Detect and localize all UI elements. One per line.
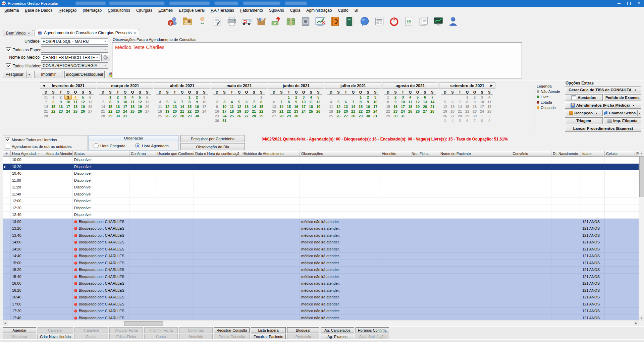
calendar-day[interactable]: 8 [50,100,57,104]
calendar-day[interactable]: 10 [372,100,379,104]
calendar-day[interactable]: 3 [221,100,228,104]
calendar-day[interactable]: 20 [342,109,350,114]
tab-close-icon[interactable]: × [28,31,30,35]
calendar-day[interactable]: 17 [399,104,407,109]
horizontal-scroll-thumb[interactable] [124,321,163,326]
calendar-day[interactable]: 13 [171,104,178,109]
calendar-day[interactable]: 21 [429,104,436,109]
calendar-day[interactable]: 7 [99,100,107,104]
lista-espera-button[interactable]: Lista Espera [251,327,286,333]
menu-item-administra-o[interactable]: Administração [303,7,335,14]
calendar-day[interactable]: 5 [335,100,342,104]
calendar-day[interactable]: 28 [178,114,186,118]
ag-cancelados-button[interactable]: Ag. Cancelados [321,327,354,333]
calendar-day[interactable]: 22 [107,109,114,114]
calendar-day[interactable]: 1 [50,95,57,100]
calendar-month-header[interactable]: setembro de 2021▶ [439,82,495,89]
calendar-day[interactable]: 24 [399,109,407,114]
calendar-day[interactable]: 5 [136,95,144,100]
calendar-day[interactable]: 15 [258,104,265,109]
calendar-day[interactable]: 17 [201,104,208,109]
calendar-day[interactable]: 5 [235,100,243,104]
calendar-day[interactable]: 15 [50,104,57,109]
calendar-day[interactable]: 8 [107,100,114,104]
calendar-day[interactable]: 9 [114,100,121,104]
calendar-day[interactable]: 2 [392,95,399,100]
calendar-day[interactable]: 11 [307,100,315,104]
column-header-celular[interactable]: Celular [605,151,635,157]
calendar-day[interactable]: 7 [471,118,478,123]
calendar-day[interactable]: 25 [156,114,164,118]
registrar-consulta-button[interactable]: Registrar Consulta [214,327,250,333]
criar-novo-hor-rio-button[interactable]: Criar Novo Horário [38,334,73,339]
table-row[interactable]: 11:20Disponível [3,184,639,191]
calendar-day[interactable]: 22 [50,109,57,114]
calendar-day[interactable]: 5 [315,95,322,100]
calendar-day[interactable]: 18 [307,104,315,109]
finance-chart-icon[interactable] [315,16,326,27]
calendar-day[interactable]: 5 [456,118,464,123]
calendar-day[interactable]: 28 [278,114,285,118]
calendar-day[interactable]: 18 [407,104,414,109]
pesquisar-button[interactable]: Pesquisar ▼ [3,71,32,78]
vertical-scroll-thumb[interactable] [639,156,644,197]
calendar-day[interactable]: 26 [79,109,87,114]
historicos-select[interactable]: CONS./RETORNO/CIRURGIA ▼ [41,62,108,69]
calendar-day[interactable]: 3 [399,95,407,100]
calendar-day[interactable]: 7 [429,95,436,100]
calendar-month-header[interactable]: junho de 2021 [268,82,324,89]
scroll-up-icon[interactable]: ▲ [639,151,644,156]
calendar-day[interactable]: 4 [156,100,164,104]
calendar-day[interactable]: 4 [327,100,335,104]
close-button[interactable]: × [634,0,644,7]
calendar-day[interactable]: 13 [87,100,94,104]
option-button-gerar-guia-do-tiss-de-consulta[interactable]: Gerar Guia do TISS de CONSULTA▼ [565,87,641,93]
checkbox-unchecked-icon[interactable] [5,144,10,149]
column-header-hora-do-atendime[interactable]: Hora do Atendime [44,151,73,157]
calendar-day[interactable]: 1 [258,95,265,100]
calendar-day[interactable]: 29 [107,114,114,118]
money-icon[interactable] [285,16,297,27]
calendar-day[interactable]: 19 [315,104,322,109]
calendar-day[interactable]: 7 [350,100,357,104]
calendar-month-header[interactable]: abril de 2021 [154,82,210,89]
calendar-day[interactable]: 2 [193,95,201,100]
calendar-day[interactable]: 22 [464,109,471,114]
calendar-day[interactable]: 12 [315,100,322,104]
agendar-button[interactable]: Agendar [3,327,36,333]
unidade-select[interactable]: HOSPITAL SQL - MATRIZ ▼ [41,38,108,45]
calendar-day[interactable]: 10 [399,100,407,104]
calendar-day[interactable]: 15 [107,104,114,109]
calendar-day[interactable]: 29 [285,114,292,118]
calendar-day[interactable]: 20 [270,109,278,114]
calendar-day[interactable]: 24 [121,109,129,114]
calendar-day[interactable]: 23 [213,114,221,118]
menu-item-faturamento[interactable]: Faturamento [237,7,266,14]
calendar-day[interactable]: 4 [129,95,136,100]
calendar-day[interactable]: 6 [449,100,456,104]
calendar-day[interactable]: 27 [87,109,94,114]
calendar-day[interactable]: 15 [384,104,392,109]
calendar-day[interactable]: 2 [213,100,221,104]
calendar-day[interactable]: 16 [364,104,372,109]
calendar-day[interactable]: 28 [429,109,436,114]
revenue-icon[interactable] [270,16,282,27]
calendar-day[interactable]: 12 [335,104,342,109]
calendar-day[interactable]: 1 [285,95,292,100]
calendar-day[interactable]: 1 [478,114,486,118]
column-header-confirma[interactable]: Confirma [129,151,156,157]
column-header-conv-nio[interactable]: Convênio [511,151,551,157]
calendar-day[interactable]: 11 [129,100,136,104]
calendar-day[interactable]: 28 [350,114,357,118]
calendar-day[interactable]: 30 [292,114,300,118]
calendar-day[interactable]: 12 [235,104,243,109]
table-row[interactable]: 14:20Bloqueado por: CHARLLESmédico não i… [3,246,639,253]
calendar-day[interactable]: 23 [193,109,201,114]
dropdown-arrow-icon[interactable]: ▼ [594,110,599,116]
calendar-day[interactable]: 27 [270,114,278,118]
pesquisar-carteirinha-button[interactable]: Pesquisar por Carteirinha [180,135,245,142]
menu-item-p-a-terapias[interactable]: P.A./Terapias [208,7,237,14]
calendar-day[interactable]: 3 [300,95,307,100]
calendar-day[interactable]: 7 [278,100,285,104]
calendar-day[interactable]: 5 [164,100,171,104]
